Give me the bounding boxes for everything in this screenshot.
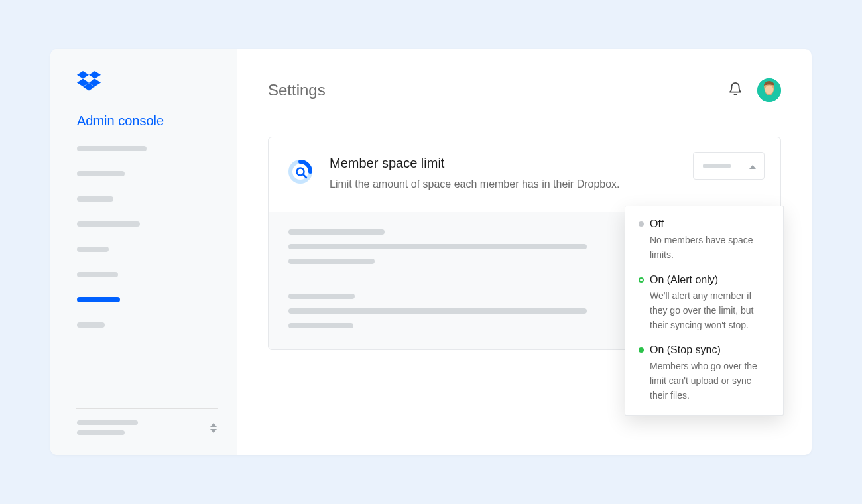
svg-marker-0 [77, 71, 89, 79]
dropdown-option-description: We'll alert any member if they go over t… [639, 289, 770, 332]
user-avatar[interactable] [757, 78, 781, 102]
sidebar-footer-line [77, 420, 138, 425]
header-actions [728, 78, 781, 102]
svg-marker-1 [89, 71, 101, 79]
sidebar: Admin console [50, 49, 237, 455]
sidebar-footer [77, 420, 217, 455]
dropdown-option-title: On (Stop sync) [650, 344, 721, 356]
svg-point-8 [765, 86, 774, 94]
sidebar-nav-item-active[interactable] [77, 297, 120, 302]
svg-marker-6 [210, 429, 217, 433]
status-dot-icon [639, 277, 644, 283]
sidebar-nav-item[interactable] [77, 221, 140, 227]
dropdown-option-description: No members have space limits. [639, 233, 770, 262]
dropdown-option-off[interactable]: Off No members have space limits. [639, 218, 770, 262]
space-limit-select[interactable] [693, 152, 765, 180]
svg-marker-12 [749, 165, 756, 169]
dropbox-logo-icon [77, 71, 101, 91]
status-dot-icon [639, 347, 644, 353]
placeholder-line [288, 323, 353, 328]
card-title: Member space limit [330, 156, 654, 171]
page-title: Settings [268, 81, 326, 99]
sidebar-divider [76, 408, 218, 409]
sidebar-nav-item[interactable] [77, 272, 118, 277]
placeholder-line [288, 294, 355, 299]
space-usage-icon [288, 160, 312, 184]
dropdown-option-title: On (Alert only) [650, 274, 718, 286]
dropdown-option-description: Members who go over the limit can't uplo… [639, 359, 770, 403]
admin-console-window: Admin console Settings [50, 49, 812, 455]
status-dot-icon [639, 221, 644, 227]
sidebar-sort-arrows-icon[interactable] [210, 423, 217, 433]
svg-line-11 [303, 174, 306, 178]
space-limit-dropdown: Off No members have space limits. On (Al… [625, 206, 784, 416]
main-header: Settings [268, 78, 781, 102]
placeholder-line [288, 229, 385, 235]
main-content: Settings [237, 49, 812, 455]
placeholder-line [288, 259, 375, 264]
select-value-placeholder [703, 164, 731, 168]
notifications-bell-icon[interactable] [728, 82, 743, 99]
sidebar-nav-item[interactable] [77, 146, 147, 151]
sidebar-nav-item[interactable] [77, 322, 105, 328]
sidebar-footer-line [77, 430, 125, 435]
sidebar-nav-item[interactable] [77, 247, 109, 252]
placeholder-line [288, 308, 587, 314]
dropdown-option-title: Off [650, 218, 664, 230]
chevron-up-icon [749, 160, 756, 172]
card-description: Limit the amount of space each member ha… [330, 176, 654, 193]
dropdown-option-stop-sync[interactable]: On (Stop sync) Members who go over the l… [639, 344, 770, 403]
sidebar-nav-item[interactable] [77, 171, 125, 176]
sidebar-nav [77, 146, 217, 408]
svg-marker-5 [210, 423, 217, 427]
sidebar-nav-item[interactable] [77, 196, 113, 202]
placeholder-line [288, 244, 587, 249]
dropdown-option-alert-only[interactable]: On (Alert only) We'll alert any member i… [639, 274, 770, 332]
sidebar-section-title[interactable]: Admin console [77, 113, 217, 129]
